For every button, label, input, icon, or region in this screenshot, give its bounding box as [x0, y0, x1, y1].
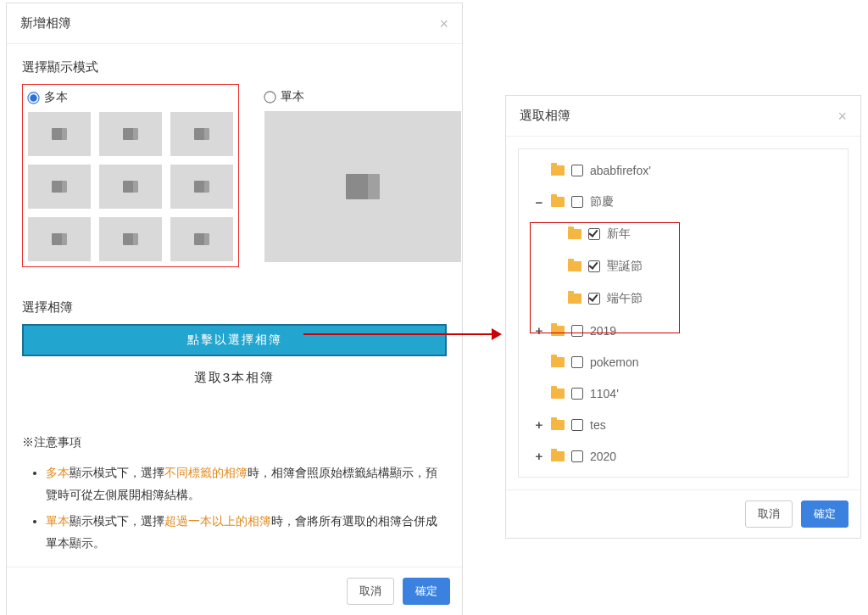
thumb: [99, 165, 162, 209]
section-select-album: 選擇相簿: [22, 299, 447, 316]
tree-item-christmas[interactable]: + 聖誕節: [519, 250, 848, 282]
multi-thumb-grid: [28, 112, 233, 261]
tree-item-2020[interactable]: + 2020: [519, 440, 848, 472]
book-icon: [52, 233, 67, 245]
checkbox[interactable]: [571, 325, 583, 337]
book-icon: [52, 128, 67, 140]
tree-label: 聖誕節: [607, 259, 643, 274]
modal-footer: 取消 確定: [7, 567, 462, 615]
em: 多本: [46, 467, 70, 479]
modal-title: 選取相簿: [520, 108, 570, 124]
em: 單本: [46, 515, 70, 528]
thumb: [170, 165, 233, 209]
book-icon: [194, 128, 209, 140]
cancel-button[interactable]: 取消: [347, 578, 394, 605]
tree-item-pokemon[interactable]: + pokemon: [519, 346, 848, 377]
tree-item-dragonboat[interactable]: + 端午節: [519, 282, 848, 315]
tree-label: 新年: [607, 226, 631, 242]
folder-icon: [551, 357, 565, 367]
notes-title: ※注意事項: [22, 435, 447, 450]
expand-placeholder: +: [534, 163, 544, 177]
tree-label: ababfirefox': [590, 164, 651, 177]
checkbox-checked[interactable]: [588, 293, 600, 305]
select-album-modal: 選取相簿 × + ababfirefox' − 節慶 + 新年: [505, 95, 861, 539]
checkbox[interactable]: [571, 388, 583, 400]
notes: ※注意事項 多本顯示模式下，選擇不同標籤的相簿時，相簿會照原始標籤結構顯示，預覽…: [22, 435, 447, 555]
book-icon: [123, 128, 138, 140]
checkbox[interactable]: [571, 165, 583, 176]
tree-item-2019[interactable]: + 2019: [519, 315, 848, 346]
expand-placeholder: +: [551, 292, 561, 306]
thumb: [28, 217, 91, 261]
tree-item-ababfirefox[interactable]: + ababfirefox': [519, 154, 848, 186]
collapse-icon[interactable]: −: [534, 195, 544, 210]
note-item: 單本顯示模式下，選擇超過一本以上的相簿時，會將所有選取的相簿合併成單本顯示。: [46, 511, 447, 554]
section-display-mode: 選擇顯示模式: [22, 59, 447, 75]
annotation-arrow: [303, 333, 498, 335]
tree-label: 端午節: [607, 291, 643, 306]
radio-multi[interactable]: 多本: [28, 90, 233, 105]
checkbox-checked[interactable]: [588, 260, 600, 272]
checkbox[interactable]: [571, 419, 583, 431]
thumb: [170, 112, 233, 156]
book-icon: [346, 174, 380, 199]
add-album-modal: 新增相簿 × 選擇顯示模式 多本: [6, 3, 463, 615]
modal-footer: 取消 確定: [506, 489, 860, 538]
radio-multi-input[interactable]: [27, 92, 39, 103]
expand-placeholder: +: [534, 355, 544, 369]
em: 超過一本以上的相簿: [164, 515, 271, 528]
folder-icon: [551, 420, 565, 430]
single-thumb: [264, 111, 461, 262]
expand-placeholder: +: [551, 260, 561, 274]
tree-label: pokemon: [590, 355, 639, 369]
checkbox[interactable]: [571, 196, 583, 208]
cancel-button[interactable]: 取消: [745, 500, 793, 528]
thumb: [28, 112, 91, 156]
checkbox-checked[interactable]: [588, 228, 600, 240]
mode-row: 多本 單本: [22, 84, 447, 267]
confirm-button[interactable]: 確定: [801, 500, 849, 528]
radio-single-label: 單本: [281, 89, 304, 104]
note-item: 多本顯示模式下，選擇不同標籤的相簿時，相簿會照原始標籤結構顯示，預覽時可從左側展…: [46, 462, 447, 506]
close-icon[interactable]: ×: [837, 109, 847, 124]
em: 不同標籤的相簿: [164, 467, 248, 479]
folder-icon: [568, 261, 581, 271]
mode-card-single[interactable]: 單本: [259, 84, 466, 267]
tree-label: 1104': [590, 387, 619, 400]
annotation-arrow-head: [492, 328, 502, 340]
folder-icon: [568, 294, 581, 304]
checkbox[interactable]: [571, 450, 583, 462]
folder-tree: + ababfirefox' − 節慶 + 新年 + 聖: [519, 149, 848, 477]
folder-icon: [568, 229, 581, 239]
t: 顯示模式下，選擇: [70, 467, 164, 479]
thumb: [170, 217, 233, 261]
tree-item-newyear[interactable]: + 新年: [519, 218, 848, 250]
tree-label: 2020: [590, 450, 616, 463]
book-icon: [194, 233, 209, 245]
tree-label: tes: [590, 418, 606, 432]
tree-item-1104[interactable]: + 1104': [519, 377, 848, 409]
mode-card-multi[interactable]: 多本: [22, 84, 239, 267]
expand-icon[interactable]: +: [534, 323, 544, 338]
checkbox[interactable]: [571, 356, 583, 368]
modal-body: 選擇顯示模式 多本: [7, 44, 462, 567]
confirm-button[interactable]: 確定: [403, 578, 450, 605]
close-icon[interactable]: ×: [439, 16, 448, 31]
book-icon: [123, 181, 138, 193]
tree-label: 節慶: [590, 194, 614, 210]
tree-item-tes[interactable]: + tes: [519, 409, 848, 440]
radio-single[interactable]: 單本: [264, 89, 461, 104]
modal-title: 新增相簿: [20, 15, 71, 31]
modal-header: 選取相簿 ×: [506, 96, 860, 137]
folder-icon: [551, 451, 565, 461]
expand-placeholder: +: [534, 386, 544, 400]
folder-icon: [551, 326, 565, 336]
radio-multi-label: 多本: [44, 90, 68, 105]
tree-item-festival[interactable]: − 節慶: [519, 186, 848, 218]
radio-single-input[interactable]: [264, 91, 275, 103]
book-icon: [52, 181, 67, 193]
expand-icon[interactable]: +: [534, 449, 544, 463]
select-album-section: 選擇相簿 點擊以選擇相簿 選取3本相簿: [22, 299, 447, 386]
select-album-button[interactable]: 點擊以選擇相簿: [22, 324, 447, 356]
expand-icon[interactable]: +: [534, 417, 544, 432]
